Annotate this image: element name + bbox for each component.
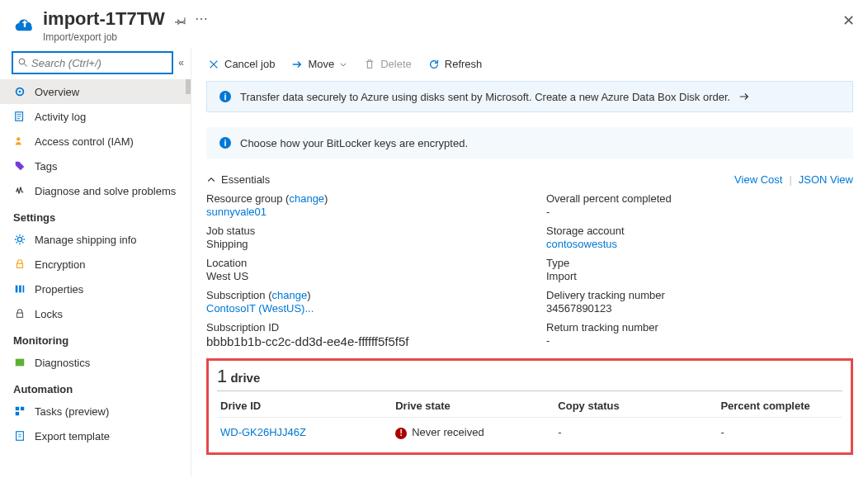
sidebar-item-access-control[interactable]: Access control (IAM) [0, 129, 191, 154]
svg-text:i: i [224, 92, 226, 102]
sidebar-item-label: Encryption [35, 258, 85, 271]
svg-rect-11 [16, 286, 18, 293]
svg-rect-17 [21, 407, 24, 410]
sidebar-item-tasks[interactable]: Tasks (preview) [0, 399, 191, 424]
chevron-down-icon [339, 60, 347, 69]
col-drive-state: Drive state [392, 395, 554, 418]
sidebar-item-export-template[interactable]: Export template [0, 424, 191, 448]
svg-point-0 [19, 59, 25, 64]
banner-text: Choose how your BitLocker keys are encry… [240, 137, 468, 149]
sidebar-item-shipping-info[interactable]: Manage shipping info [0, 227, 191, 252]
change-subscription-link[interactable]: change [272, 289, 308, 301]
refresh-button[interactable]: Refresh [422, 54, 489, 73]
close-icon [208, 59, 219, 70]
sidebar-section-settings: Settings [0, 203, 191, 227]
subscription-id-value: bbbb1b1b-cc2c-dd3d-ee4e-ffffff5f5f5f [206, 334, 513, 348]
toolbar: Cancel job Move Delete Refresh [191, 48, 868, 81]
sidebar-section-monitoring: Monitoring [0, 326, 191, 350]
sidebar-item-overview[interactable]: Overview [0, 79, 191, 104]
svg-rect-12 [19, 286, 21, 293]
percent-complete-value: - [717, 418, 842, 441]
close-button[interactable]: ✕ [842, 12, 855, 30]
label-location: Location [206, 257, 513, 269]
label-job-status: Job status [206, 225, 513, 237]
drive-state-value: Never received [412, 426, 484, 438]
diagnose-icon [13, 185, 26, 196]
sidebar-item-encryption[interactable]: Encryption [0, 252, 191, 277]
label-overall-percent: Overall percent completed [546, 192, 853, 205]
diagnostics-icon [13, 357, 26, 368]
overview-icon [13, 86, 26, 97]
sidebar-item-diagnose[interactable]: Diagnose and solve problems [0, 178, 191, 203]
svg-rect-19 [17, 432, 24, 441]
copy-status-value: - [554, 418, 717, 441]
drive-id-link[interactable]: WD-GK26HJJ46Z [220, 426, 306, 438]
svg-line-1 [25, 64, 27, 67]
info-icon: i [219, 136, 232, 149]
job-status-value: Shipping [206, 238, 513, 250]
table-row: WD-GK26HJJ46Z !Never received - - [217, 418, 842, 441]
sidebar-item-properties[interactable]: Properties [0, 277, 191, 301]
info-icon: i [219, 90, 232, 103]
label-subscription-id: Subscription ID [206, 321, 513, 334]
label-delivery-tracking: Delivery tracking number [546, 289, 853, 301]
page-title: import-1T7TW [43, 8, 165, 30]
refresh-icon [428, 59, 440, 70]
move-button[interactable]: Move [285, 54, 354, 73]
sidebar-item-label: Access control (IAM) [35, 135, 134, 148]
sidebar-item-locks[interactable]: Locks [0, 301, 191, 326]
storage-account-value[interactable]: contosowestus [546, 238, 853, 250]
arrow-right-icon [291, 59, 303, 70]
col-percent-complete: Percent complete [717, 395, 842, 418]
location-value: West US [206, 270, 513, 282]
search-input[interactable] [12, 51, 173, 74]
search-icon [18, 58, 28, 68]
svg-text:i: i [224, 138, 226, 148]
collapse-sidebar-button[interactable]: « [178, 57, 184, 69]
delete-button: Delete [357, 54, 418, 73]
overall-percent-value: - [546, 206, 853, 218]
sidebar-item-tags[interactable]: Tags [0, 154, 191, 178]
sidebar-item-label: Export template [35, 430, 110, 443]
sidebar-item-diagnostics[interactable]: Diagnostics [0, 350, 191, 375]
sidebar-item-activity-log[interactable]: Activity log [0, 104, 191, 129]
svg-rect-10 [17, 263, 23, 267]
lock-icon [13, 258, 26, 270]
properties-icon [13, 283, 26, 295]
cancel-job-button[interactable]: Cancel job [201, 54, 281, 73]
error-icon: ! [395, 428, 407, 439]
resource-group-value[interactable]: sunnyvale01 [206, 206, 513, 218]
activity-log-icon [13, 111, 26, 122]
drives-panel: 1 drive Drive ID Drive state Copy status… [206, 358, 853, 455]
svg-rect-14 [17, 313, 23, 317]
svg-point-3 [19, 91, 21, 93]
tag-icon [13, 160, 26, 172]
col-copy-status: Copy status [554, 395, 717, 418]
scrollbar-thumb[interactable] [186, 79, 191, 94]
sidebar-item-label: Overview [35, 86, 79, 98]
label-resource-group: Resource group [206, 192, 283, 205]
trash-icon [364, 59, 375, 70]
subscription-value[interactable]: ContosoIT (WestUS)... [206, 302, 513, 315]
change-resource-group-link[interactable]: change [289, 192, 324, 205]
lock-icon [13, 308, 26, 319]
more-icon[interactable]: ⋯ [195, 15, 209, 26]
pin-icon[interactable] [175, 15, 186, 26]
label-return-tracking: Return tracking number [546, 321, 853, 334]
sidebar-item-label: Activity log [35, 111, 86, 123]
sidebar-item-label: Tasks (preview) [35, 405, 109, 418]
svg-rect-15 [16, 359, 25, 367]
sidebar-item-label: Diagnose and solve problems [35, 185, 176, 197]
page-subtitle: Import/export job [43, 31, 165, 43]
essentials-toggle[interactable]: Essentials [206, 173, 270, 186]
svg-rect-13 [23, 286, 25, 293]
json-view-link[interactable]: JSON View [799, 173, 853, 186]
drive-count: 1 [217, 366, 227, 386]
sidebar: « Overview Activity log Access control (… [0, 48, 191, 476]
tasks-icon [13, 405, 26, 417]
bitlocker-banner[interactable]: i Choose how your BitLocker keys are enc… [206, 127, 853, 159]
label-subscription: Subscription [206, 289, 266, 301]
arrow-right-icon [738, 91, 750, 102]
databox-banner[interactable]: i Transfer data securely to Azure using … [206, 81, 853, 112]
view-cost-link[interactable]: View Cost [734, 173, 782, 186]
